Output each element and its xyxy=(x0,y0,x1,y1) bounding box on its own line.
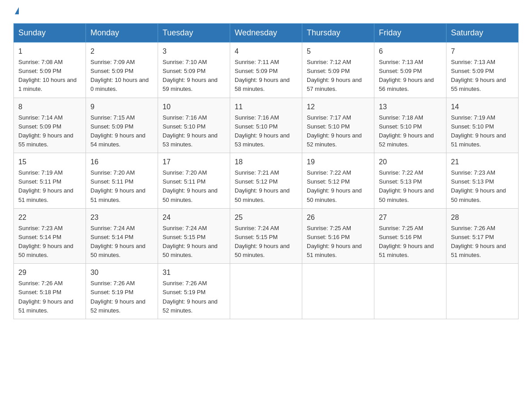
day-info: Sunrise: 7:22 AMSunset: 5:13 PMDaylight:… xyxy=(379,168,442,205)
day-number: 9 xyxy=(90,102,153,112)
day-info: Sunrise: 7:13 AMSunset: 5:09 PMDaylight:… xyxy=(379,58,442,94)
day-info: Sunrise: 7:20 AMSunset: 5:11 PMDaylight:… xyxy=(90,168,153,205)
calendar-cell: 2Sunrise: 7:09 AMSunset: 5:09 PMDaylight… xyxy=(86,43,158,98)
day-number: 19 xyxy=(307,157,369,167)
day-info: Sunrise: 7:25 AMSunset: 5:16 PMDaylight:… xyxy=(307,224,369,260)
day-info: Sunrise: 7:23 AMSunset: 5:13 PMDaylight:… xyxy=(451,168,514,205)
day-number: 8 xyxy=(18,102,81,112)
day-number: 7 xyxy=(451,46,514,57)
day-info: Sunrise: 7:22 AMSunset: 5:12 PMDaylight:… xyxy=(307,168,369,205)
day-info: Sunrise: 7:19 AMSunset: 5:10 PMDaylight:… xyxy=(451,113,514,150)
calendar-cell: 19Sunrise: 7:22 AMSunset: 5:12 PMDayligh… xyxy=(302,153,374,209)
week-row-3: 15Sunrise: 7:19 AMSunset: 5:11 PMDayligh… xyxy=(14,153,519,209)
week-row-2: 8Sunrise: 7:14 AMSunset: 5:09 PMDaylight… xyxy=(14,98,519,153)
calendar-cell xyxy=(230,264,302,319)
calendar-cell: 21Sunrise: 7:23 AMSunset: 5:13 PMDayligh… xyxy=(446,153,519,209)
calendar-table: SundayMondayTuesdayWednesdayThursdayFrid… xyxy=(13,23,519,319)
day-number: 16 xyxy=(90,157,153,167)
day-info: Sunrise: 7:21 AMSunset: 5:12 PMDaylight:… xyxy=(235,168,297,205)
day-number: 3 xyxy=(163,46,225,57)
calendar-cell: 24Sunrise: 7:24 AMSunset: 5:15 PMDayligh… xyxy=(158,208,230,264)
day-info: Sunrise: 7:26 AMSunset: 5:17 PMDaylight:… xyxy=(451,224,514,260)
day-number: 13 xyxy=(379,102,442,112)
day-number: 4 xyxy=(235,46,297,57)
calendar-cell: 22Sunrise: 7:23 AMSunset: 5:14 PMDayligh… xyxy=(14,208,86,264)
calendar-cell xyxy=(374,264,446,319)
calendar-cell: 18Sunrise: 7:21 AMSunset: 5:12 PMDayligh… xyxy=(230,153,302,209)
calendar-cell: 1Sunrise: 7:08 AMSunset: 5:09 PMDaylight… xyxy=(14,43,86,98)
day-info: Sunrise: 7:08 AMSunset: 5:09 PMDaylight:… xyxy=(18,58,81,94)
calendar-cell: 26Sunrise: 7:25 AMSunset: 5:16 PMDayligh… xyxy=(302,208,374,264)
day-info: Sunrise: 7:10 AMSunset: 5:09 PMDaylight:… xyxy=(163,58,225,94)
logo-triangle-icon xyxy=(15,7,19,14)
calendar-cell: 17Sunrise: 7:20 AMSunset: 5:11 PMDayligh… xyxy=(158,153,230,209)
day-number: 29 xyxy=(18,267,81,278)
day-number: 10 xyxy=(163,102,225,112)
weekday-header-friday: Friday xyxy=(374,24,446,43)
calendar-cell: 13Sunrise: 7:18 AMSunset: 5:10 PMDayligh… xyxy=(374,98,446,153)
calendar-cell xyxy=(446,264,519,319)
week-row-4: 22Sunrise: 7:23 AMSunset: 5:14 PMDayligh… xyxy=(14,208,519,264)
calendar-cell: 9Sunrise: 7:15 AMSunset: 5:09 PMDaylight… xyxy=(86,98,158,153)
day-number: 14 xyxy=(451,102,514,112)
day-info: Sunrise: 7:15 AMSunset: 5:09 PMDaylight:… xyxy=(90,113,153,150)
day-info: Sunrise: 7:14 AMSunset: 5:09 PMDaylight:… xyxy=(18,113,81,150)
day-info: Sunrise: 7:26 AMSunset: 5:19 PMDaylight:… xyxy=(163,279,225,315)
calendar-cell: 23Sunrise: 7:24 AMSunset: 5:14 PMDayligh… xyxy=(86,208,158,264)
weekday-header-thursday: Thursday xyxy=(302,24,374,43)
calendar-cell: 11Sunrise: 7:16 AMSunset: 5:10 PMDayligh… xyxy=(230,98,302,153)
day-number: 5 xyxy=(307,46,369,57)
calendar-cell xyxy=(302,264,374,319)
calendar-cell: 5Sunrise: 7:12 AMSunset: 5:09 PMDaylight… xyxy=(302,43,374,98)
day-info: Sunrise: 7:11 AMSunset: 5:09 PMDaylight:… xyxy=(235,58,297,94)
day-number: 20 xyxy=(379,157,442,167)
day-info: Sunrise: 7:26 AMSunset: 5:18 PMDaylight:… xyxy=(18,279,81,315)
day-number: 21 xyxy=(451,157,514,167)
page-header xyxy=(13,9,519,16)
day-number: 18 xyxy=(235,157,297,167)
day-number: 22 xyxy=(18,212,81,223)
day-info: Sunrise: 7:16 AMSunset: 5:10 PMDaylight:… xyxy=(235,113,297,150)
calendar-cell: 15Sunrise: 7:19 AMSunset: 5:11 PMDayligh… xyxy=(14,153,86,209)
day-info: Sunrise: 7:23 AMSunset: 5:14 PMDaylight:… xyxy=(18,224,81,260)
week-row-1: 1Sunrise: 7:08 AMSunset: 5:09 PMDaylight… xyxy=(14,43,519,98)
day-number: 28 xyxy=(451,212,514,223)
logo xyxy=(13,9,19,16)
day-number: 24 xyxy=(163,212,225,223)
day-number: 15 xyxy=(18,157,81,167)
day-info: Sunrise: 7:13 AMSunset: 5:09 PMDaylight:… xyxy=(451,58,514,94)
day-info: Sunrise: 7:25 AMSunset: 5:16 PMDaylight:… xyxy=(379,224,442,260)
calendar-cell: 25Sunrise: 7:24 AMSunset: 5:15 PMDayligh… xyxy=(230,208,302,264)
day-info: Sunrise: 7:20 AMSunset: 5:11 PMDaylight:… xyxy=(163,168,225,205)
day-number: 17 xyxy=(163,157,225,167)
day-number: 26 xyxy=(307,212,369,223)
day-info: Sunrise: 7:09 AMSunset: 5:09 PMDaylight:… xyxy=(90,58,153,94)
calendar-cell: 6Sunrise: 7:13 AMSunset: 5:09 PMDaylight… xyxy=(374,43,446,98)
day-number: 25 xyxy=(235,212,297,223)
day-number: 6 xyxy=(379,46,442,57)
day-number: 12 xyxy=(307,102,369,112)
day-number: 31 xyxy=(163,267,225,278)
day-info: Sunrise: 7:24 AMSunset: 5:14 PMDaylight:… xyxy=(90,224,153,260)
calendar-cell: 29Sunrise: 7:26 AMSunset: 5:18 PMDayligh… xyxy=(14,264,86,319)
day-info: Sunrise: 7:19 AMSunset: 5:11 PMDaylight:… xyxy=(18,168,81,205)
day-number: 23 xyxy=(90,212,153,223)
weekday-header-sunday: Sunday xyxy=(14,24,86,43)
calendar-cell: 31Sunrise: 7:26 AMSunset: 5:19 PMDayligh… xyxy=(158,264,230,319)
calendar-cell: 27Sunrise: 7:25 AMSunset: 5:16 PMDayligh… xyxy=(374,208,446,264)
calendar-cell: 10Sunrise: 7:16 AMSunset: 5:10 PMDayligh… xyxy=(158,98,230,153)
week-row-5: 29Sunrise: 7:26 AMSunset: 5:18 PMDayligh… xyxy=(14,264,519,319)
calendar-cell: 28Sunrise: 7:26 AMSunset: 5:17 PMDayligh… xyxy=(446,208,519,264)
day-number: 2 xyxy=(90,46,153,57)
calendar-cell: 8Sunrise: 7:14 AMSunset: 5:09 PMDaylight… xyxy=(14,98,86,153)
weekday-header-monday: Monday xyxy=(86,24,158,43)
day-number: 30 xyxy=(90,267,153,278)
day-info: Sunrise: 7:17 AMSunset: 5:10 PMDaylight:… xyxy=(307,113,369,150)
calendar-cell: 3Sunrise: 7:10 AMSunset: 5:09 PMDaylight… xyxy=(158,43,230,98)
calendar-cell: 12Sunrise: 7:17 AMSunset: 5:10 PMDayligh… xyxy=(302,98,374,153)
weekday-header-wednesday: Wednesday xyxy=(230,24,302,43)
weekday-header-row: SundayMondayTuesdayWednesdayThursdayFrid… xyxy=(14,24,519,43)
calendar-cell: 7Sunrise: 7:13 AMSunset: 5:09 PMDaylight… xyxy=(446,43,519,98)
day-info: Sunrise: 7:24 AMSunset: 5:15 PMDaylight:… xyxy=(163,224,225,260)
day-info: Sunrise: 7:12 AMSunset: 5:09 PMDaylight:… xyxy=(307,58,369,94)
